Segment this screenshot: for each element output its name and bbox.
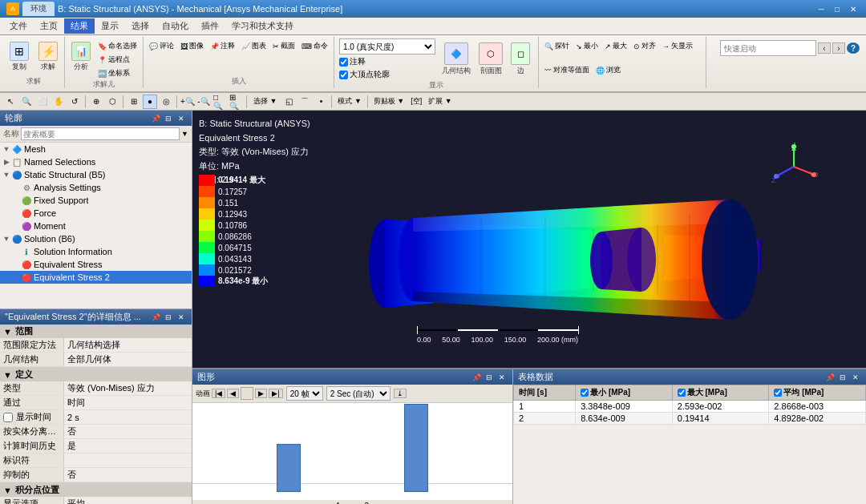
menu-select[interactable]: 选择: [125, 18, 156, 34]
tree-item-eq-stress[interactable]: 🔴 Equivalent Stress: [0, 258, 192, 271]
menu-home[interactable]: 主页: [34, 18, 64, 34]
align-btn[interactable]: ⊙对齐: [631, 40, 658, 52]
menu-automation[interactable]: 自动化: [156, 18, 195, 34]
mesh-btn[interactable]: ⬡ 剖面图: [475, 41, 506, 78]
annotation-checkbox[interactable]: [339, 58, 348, 67]
outline-pin[interactable]: 📌: [150, 113, 161, 124]
edge-btn[interactable]: ◻ 边: [508, 41, 533, 78]
min-checkbox[interactable]: [581, 389, 589, 397]
copy-button[interactable]: ⊞ 复制: [6, 40, 32, 74]
command-btn[interactable]: ⌨命令: [299, 40, 330, 52]
moment-expand[interactable]: [11, 221, 21, 231]
solution-expand[interactable]: ▼: [2, 234, 11, 244]
display-time-checkbox[interactable]: [3, 413, 13, 422]
menu-file[interactable]: 文件: [3, 18, 34, 34]
eq-stress-expand[interactable]: [11, 260, 21, 269]
toolbar-edge-select[interactable]: ⌒: [297, 95, 312, 109]
toolbar-fit[interactable]: ⊕: [89, 95, 103, 109]
toolbar-space[interactable]: [空]: [408, 95, 424, 109]
probe-btn[interactable]: 🔍探针: [542, 40, 572, 52]
play-prev2[interactable]: ◀: [227, 389, 239, 398]
tree-item-mesh[interactable]: ▼ 🔷 Mesh: [0, 143, 192, 155]
toolbar-select-all[interactable]: ⊞: [127, 95, 141, 109]
toolbar-mode2[interactable]: ◎: [159, 95, 173, 109]
nav-right[interactable]: ›: [832, 42, 845, 54]
toolbar-mode[interactable]: ●: [143, 95, 157, 109]
outline-close[interactable]: ✕: [176, 113, 187, 124]
analysis-btn[interactable]: 📊 分析: [68, 40, 94, 74]
toolbar-extend[interactable]: 扩展 ▼: [426, 95, 454, 109]
toolbar-vertex-select[interactable]: •: [314, 95, 328, 109]
annotation-check[interactable]: 注释: [339, 56, 366, 67]
props-close[interactable]: ✕: [176, 312, 187, 323]
nav-left[interactable]: ‹: [818, 42, 831, 54]
export-btn[interactable]: ⤓: [394, 389, 407, 398]
toolbar-cursor[interactable]: ↖: [3, 95, 18, 109]
solve-button[interactable]: ⚡ 求解: [35, 40, 61, 74]
menu-help[interactable]: 学习和技术支持: [225, 18, 300, 34]
props-section-int-header[interactable]: ▼ 积分点位置: [0, 483, 192, 497]
remote-pt-btn[interactable]: 📍远程点: [95, 54, 140, 66]
menu-results[interactable]: 结果: [64, 18, 95, 34]
tree-item-eq-stress-2[interactable]: 🔴 Equivalent Stress 2: [0, 271, 192, 284]
toolbar-zoom[interactable]: 🔍: [19, 95, 34, 109]
table-pin[interactable]: 📌: [824, 372, 836, 383]
props-pin[interactable]: 📌: [150, 312, 161, 323]
tree-item-force[interactable]: 🔴 Force: [0, 207, 192, 220]
toolbar-clipboard[interactable]: 剪贴板 ▼: [371, 95, 407, 109]
annotation-btn[interactable]: 📌注释: [208, 40, 237, 52]
table-detach[interactable]: ⊟: [837, 372, 848, 383]
play-next[interactable]: ▶: [255, 389, 267, 398]
props-section-def-header[interactable]: ▼ 定义: [0, 368, 192, 381]
max-checkbox[interactable]: [678, 389, 686, 397]
section-btn[interactable]: ✂截面: [270, 40, 297, 52]
toolbar-mode3[interactable]: 模式 ▼: [335, 95, 363, 109]
play-next2[interactable]: ▶|: [269, 389, 282, 398]
scale-select[interactable]: 1.0 (真实尺度): [339, 38, 435, 54]
close-button[interactable]: ✕: [847, 3, 860, 14]
browse-btn[interactable]: 🌐浏览: [593, 64, 623, 76]
mesh-expand[interactable]: ▼: [2, 144, 11, 154]
play-stop[interactable]: [241, 387, 253, 400]
tree-item-fixed-support[interactable]: 🟢 Fixed Support: [0, 194, 192, 207]
props-detach[interactable]: ⊟: [163, 312, 174, 323]
graph-pin[interactable]: 📌: [471, 372, 482, 383]
tree-item-sol-info[interactable]: ℹ Solution Information: [0, 245, 192, 258]
tree-search-input[interactable]: [21, 127, 180, 140]
graph-detach[interactable]: ⊟: [484, 372, 495, 383]
time-select[interactable]: 2 Sec (自动): [326, 386, 391, 401]
tree-item-solution[interactable]: ▼ 🔵 Solution (B6): [0, 232, 192, 245]
props-section-range-header[interactable]: ▼ 范围: [0, 325, 192, 338]
toolbar-select-mode[interactable]: 选择 ▼: [250, 95, 280, 109]
contour-btn[interactable]: 〰对准等值面: [542, 64, 592, 76]
search-input[interactable]: [720, 40, 816, 56]
image-btn[interactable]: 🖼图像: [178, 40, 206, 52]
vertex-check[interactable]: 大顶点轮廓: [339, 69, 390, 80]
toolbar-zoom-in[interactable]: +🔍: [180, 95, 195, 109]
comment-btn[interactable]: 💬评论: [147, 40, 176, 52]
force-expand[interactable]: [11, 208, 21, 218]
graph-close[interactable]: ✕: [496, 372, 508, 383]
frame-count-select[interactable]: 20 帧: [286, 386, 323, 401]
viewport[interactable]: B: Static Structural (ANSYS) Equivalent …: [192, 111, 866, 368]
toolbar-rotate[interactable]: ↺: [67, 95, 82, 109]
fixed-support-expand[interactable]: [11, 196, 21, 205]
named-sel-btn[interactable]: 🔖命名选择: [95, 40, 140, 52]
help-btn[interactable]: ?: [847, 42, 860, 54]
vertex-checkbox[interactable]: [339, 71, 348, 79]
chart-btn[interactable]: 📈图表: [239, 40, 269, 52]
toolbar-box[interactable]: ⬜: [35, 95, 50, 109]
toolbar-pan[interactable]: ✋: [51, 95, 66, 109]
named-sel-expand[interactable]: ▶: [2, 157, 11, 167]
menu-display[interactable]: 显示: [95, 18, 125, 34]
toolbar-zoom-box[interactable]: □🔍: [212, 95, 227, 109]
tree-item-named-sel[interactable]: ▶ 📋 Named Selections: [0, 155, 192, 168]
toolbar-zoom-out[interactable]: -🔍: [196, 95, 211, 109]
coord-sys-btn[interactable]: 🔤坐标系: [95, 67, 140, 79]
eq-stress-2-expand[interactable]: [11, 272, 21, 282]
tree-item-moment[interactable]: 🟣 Moment: [0, 220, 192, 232]
environment-tab[interactable]: 环境: [22, 2, 55, 16]
sol-info-expand[interactable]: [11, 247, 21, 256]
vector-btn[interactable]: →矢显示: [660, 40, 695, 52]
avg-checkbox[interactable]: [774, 389, 782, 397]
